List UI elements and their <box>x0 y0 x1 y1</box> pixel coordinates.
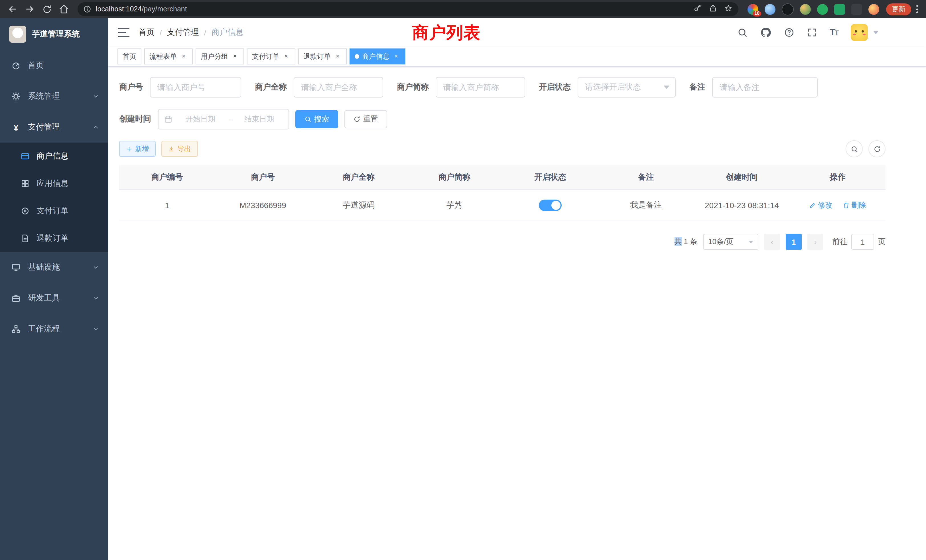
tab-home[interactable]: 首页 <box>118 48 141 64</box>
extension-icon-2[interactable] <box>765 4 775 15</box>
goto-page-input[interactable] <box>851 234 874 250</box>
tab-payment-order[interactable]: 支付订单× <box>247 48 295 64</box>
url-text: localhost:1024/pay/merchant <box>96 5 693 13</box>
chevron-down-icon <box>92 93 99 100</box>
sidebar-item-refund-orders[interactable]: 退款订单 <box>0 225 108 252</box>
sidebar-item-app-info[interactable]: 应用信息 <box>0 170 108 197</box>
page-content: 商户号 商户全称 商户简称 开启状态 请选择开启状态 <box>108 67 926 250</box>
prev-page-button[interactable]: ‹ <box>764 234 780 250</box>
close-icon[interactable]: × <box>334 53 342 61</box>
cell-merchant-no: M233666999 <box>215 190 311 221</box>
main-area: 商户列表 首页 / 支付管理 / 商户信息 <box>108 18 926 560</box>
chrome-update-button[interactable]: 更新 <box>886 3 911 15</box>
sidebar-item-workflow[interactable]: 工作流程 <box>0 314 108 344</box>
add-button[interactable]: 新增 <box>119 141 156 157</box>
site-info-icon[interactable] <box>83 5 91 13</box>
sidebar-item-infrastructure[interactable]: 基础设施 <box>0 252 108 283</box>
browser-home-button[interactable] <box>56 1 72 17</box>
calendar-icon <box>164 115 172 123</box>
browser-back-button[interactable] <box>5 1 21 17</box>
delete-link[interactable]: 删除 <box>843 200 866 210</box>
goto-label: 前往 <box>832 237 847 247</box>
button-label: 搜索 <box>314 114 329 124</box>
selected-text: 共 <box>674 237 682 246</box>
address-bar[interactable]: localhost:1024/pay/merchant <box>77 2 738 16</box>
bookmark-star-icon[interactable] <box>724 4 733 15</box>
filter-create-time: 创建时间 开始日期 - 结束日期 <box>119 109 289 129</box>
page-number-1[interactable]: 1 <box>786 234 802 250</box>
browser-forward-button[interactable] <box>22 1 38 17</box>
fullscreen-icon[interactable] <box>807 27 817 38</box>
show-search-toggle-button[interactable] <box>846 140 863 157</box>
close-icon[interactable]: × <box>392 53 400 61</box>
close-icon[interactable]: × <box>231 53 239 61</box>
extension-icon-8[interactable] <box>869 4 879 15</box>
extension-icon-3[interactable] <box>782 3 794 15</box>
chevron-down-icon <box>92 295 99 302</box>
next-page-button[interactable]: › <box>807 234 823 250</box>
extension-icon-6[interactable] <box>834 4 845 15</box>
sidebar-item-dev-tools[interactable]: 研发工具 <box>0 283 108 314</box>
extension-icon-4[interactable] <box>800 4 811 15</box>
reset-button[interactable]: 重置 <box>344 110 387 128</box>
browser-menu-kebab-icon[interactable] <box>912 2 921 16</box>
filter-row-2: 创建时间 开始日期 - 结束日期 搜索 重置 <box>119 109 885 129</box>
tab-user-group[interactable]: 用户分组× <box>195 48 244 64</box>
sidebar-item-payment-orders[interactable]: 支付订单 <box>0 197 108 225</box>
extension-icon-1[interactable]: 10 <box>747 4 758 15</box>
edit-link[interactable]: 修改 <box>809 200 832 210</box>
top-navbar: 首页 / 支付管理 / 商户信息 TT <box>108 18 926 47</box>
date-range-picker[interactable]: 开始日期 - 结束日期 <box>158 109 289 129</box>
status-toggle[interactable] <box>539 200 561 211</box>
column-header: 商户号 <box>215 165 311 190</box>
status-select[interactable]: 请选择开启状态 <box>578 77 676 97</box>
app-title: 芋道管理系统 <box>32 29 80 39</box>
chevron-down-icon <box>92 325 99 333</box>
search-icon[interactable] <box>737 27 747 38</box>
filter-merchant-no: 商户号 <box>119 77 241 97</box>
navbar-actions: TT <box>737 24 926 41</box>
tab-refund-order[interactable]: 退款订单× <box>298 48 346 64</box>
search-button[interactable]: 搜索 <box>295 110 338 128</box>
merchant-no-input[interactable] <box>150 77 241 97</box>
sidebar-item-system[interactable]: 系统管理 <box>0 81 108 112</box>
export-button[interactable]: 导出 <box>161 141 198 157</box>
sidebar-item-label: 应用信息 <box>36 179 68 189</box>
logo-image <box>9 26 26 43</box>
refresh-table-button[interactable] <box>869 140 885 157</box>
browser-refresh-button[interactable] <box>39 1 55 17</box>
sidebar-item-payment[interactable]: ¥ 支付管理 <box>0 112 108 142</box>
remark-input[interactable] <box>712 77 818 97</box>
password-key-icon[interactable] <box>693 4 702 15</box>
sidebar-item-merchant-info[interactable]: 商户信息 <box>0 142 108 170</box>
tab-merchant-info[interactable]: 商户信息× <box>350 48 406 64</box>
full-name-input[interactable] <box>294 77 383 97</box>
tab-process-form[interactable]: 流程表单× <box>144 48 193 64</box>
font-size-icon[interactable]: TT <box>830 27 838 38</box>
chevron-down-icon <box>749 241 753 243</box>
avatar[interactable] <box>851 24 868 41</box>
cell-short-name: 芋艿 <box>407 190 502 221</box>
caret-down-icon[interactable] <box>873 31 878 34</box>
share-icon[interactable] <box>709 4 717 15</box>
github-icon[interactable] <box>760 27 772 38</box>
sidebar-item-label: 首页 <box>28 61 44 71</box>
breadcrumb-separator: / <box>204 28 206 37</box>
sidebar: 芋道管理系统 首页 系统管理 ¥ 支付管理 <box>0 18 108 560</box>
sidebar-item-label: 基础设施 <box>28 262 60 272</box>
short-name-input[interactable] <box>436 77 525 97</box>
close-icon[interactable]: × <box>282 53 290 61</box>
hamburger-icon[interactable] <box>118 28 129 37</box>
yen-icon: ¥ <box>11 122 21 132</box>
help-icon[interactable] <box>784 27 794 38</box>
close-icon[interactable]: × <box>180 53 188 61</box>
extension-icon-7[interactable] <box>851 4 862 15</box>
toolbar-right <box>846 140 885 157</box>
breadcrumb-home[interactable]: 首页 <box>139 27 154 38</box>
table-toolbar: 新增 导出 <box>119 140 885 157</box>
page-size-select[interactable]: 10条/页 <box>703 234 758 250</box>
breadcrumb-payment[interactable]: 支付管理 <box>167 27 199 38</box>
active-dot <box>355 54 359 59</box>
sidebar-item-home[interactable]: 首页 <box>0 50 108 81</box>
extension-icon-5[interactable] <box>817 4 828 15</box>
